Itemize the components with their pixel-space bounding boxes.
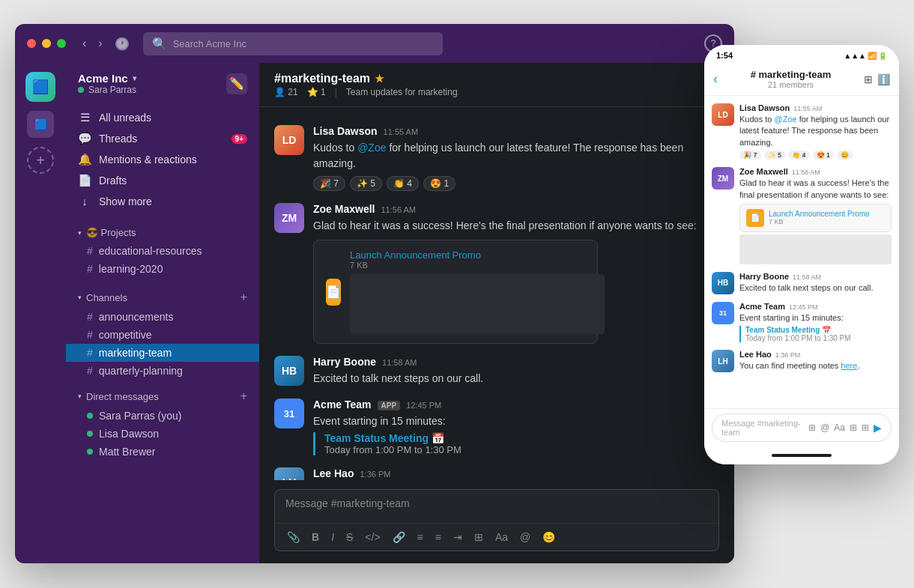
phone-link[interactable]: here: [841, 361, 857, 370]
list-item: 31 Acme Team 12:45 PM Event starting in …: [712, 302, 892, 342]
back-button[interactable]: ‹: [78, 34, 91, 54]
maximize-button[interactable]: [57, 39, 66, 48]
history-button[interactable]: 🕐: [110, 34, 134, 54]
close-button[interactable]: [27, 39, 36, 48]
phone-member-count: 21 members: [724, 80, 858, 89]
phone-reaction[interactable]: 😍 1: [813, 151, 835, 160]
phone-reaction[interactable]: 👏 4: [788, 151, 810, 160]
message-content: Acme Team APP 12:45 PM Event starting in…: [313, 398, 719, 455]
phone-time: 1:54: [716, 51, 733, 60]
format-button[interactable]: ⊞: [470, 528, 488, 546]
reaction-item[interactable]: 🎉 7: [313, 176, 345, 191]
sidebar-item-drafts[interactable]: 📄 Drafts: [66, 170, 259, 191]
channel-item-educational-resources[interactable]: # educational-resources: [66, 242, 259, 260]
search-input[interactable]: [173, 38, 434, 49]
icon-sidebar: 🟦 🟦 +: [15, 63, 66, 563]
link-button[interactable]: 🔗: [388, 528, 410, 546]
message-content: Harry Boone 11:58 AM Excited to talk nex…: [313, 356, 719, 387]
reaction-item[interactable]: 👏 4: [387, 176, 419, 191]
forward-button[interactable]: ›: [94, 34, 106, 54]
minimize-button[interactable]: [42, 39, 51, 48]
sidebar-item-mentions[interactable]: 🔔 Mentions & reactions: [66, 149, 259, 170]
phone-info-icon[interactable]: ℹ️: [877, 73, 890, 85]
channel-item-competitive[interactable]: # competitive: [66, 326, 259, 344]
unordered-list-button[interactable]: ≡: [431, 528, 446, 546]
file-attachment[interactable]: 📄 Launch Announcement Promo 7 KB: [313, 240, 598, 344]
sidebar-item-threads[interactable]: 💬 Threads 9+: [66, 128, 259, 149]
add-dm-button[interactable]: +: [240, 390, 247, 403]
workspace-icon-secondary[interactable]: 🟦: [27, 111, 54, 138]
phone-message-input[interactable]: Message #marketing-team ⊞ @ Aa ⊞ ⊞ ▶: [712, 413, 892, 442]
threads-icon: 💬: [78, 132, 91, 145]
strikethrough-button[interactable]: S: [342, 528, 357, 546]
phone-back-button[interactable]: ‹: [713, 71, 718, 87]
sidebar-item-show-more[interactable]: ↓ Show more: [66, 191, 259, 211]
channel-item-quarterly-planning[interactable]: # quarterly-planning: [66, 362, 259, 380]
phone-message-content: Lisa Dawson 11:55 AM Kudos to @Zoe for h…: [739, 103, 892, 160]
workspace-name[interactable]: Acme Inc ▾: [78, 72, 136, 85]
phone-message-text: Excited to talk next steps on our call.: [739, 282, 892, 294]
hash-icon: #: [87, 311, 93, 323]
phone-message-text: Kudos to @Zoe for helping us launch our …: [739, 114, 892, 148]
attachment-button[interactable]: 📎: [282, 528, 304, 546]
indent-button[interactable]: ⇥: [449, 528, 467, 546]
italic-button[interactable]: I: [327, 528, 339, 546]
phone-send-button[interactable]: ▶: [874, 422, 882, 434]
message-text: Glad to hear it was a success! Here's th…: [313, 218, 719, 234]
code-button[interactable]: </>: [360, 528, 384, 546]
phone-message-text: Event starting in 15 minutes:: [739, 312, 892, 324]
phone-search-icon[interactable]: ⊞: [864, 73, 873, 85]
phone-sticker-icon[interactable]: ⊞: [850, 422, 857, 433]
phone-image-icon[interactable]: ⊞: [862, 422, 869, 433]
phone-input-icons: ⊞ @ Aa ⊞ ⊞ ▶: [808, 422, 882, 434]
meta-divider: |: [335, 87, 337, 97]
channel-item-marketing-team[interactable]: # marketing-team: [66, 344, 259, 362]
add-channel-button[interactable]: +: [240, 291, 247, 304]
table-row: 31 Acme Team APP 12:45 PM Event starting…: [274, 392, 719, 461]
compose-button[interactable]: ✏️: [226, 73, 247, 94]
channel-item-learning-2020[interactable]: # learning-2020: [66, 260, 259, 278]
mention-button[interactable]: @: [515, 528, 535, 546]
phone-mention: @Zoe: [774, 115, 796, 124]
add-workspace-button[interactable]: +: [27, 147, 54, 174]
title-bar: ‹ › 🕐 🔍 ?: [15, 24, 734, 63]
phone-aa-icon[interactable]: Aa: [834, 422, 845, 433]
dm-section-header[interactable]: ▾ Direct messages +: [66, 386, 259, 407]
dm-item-sara[interactable]: Sara Parras (you): [66, 407, 259, 425]
members-count: 👤 21: [274, 87, 298, 97]
bold-button[interactable]: B: [307, 528, 324, 546]
phone-reaction[interactable]: 😊: [837, 151, 853, 160]
stars-count: ⭐ 1: [307, 87, 326, 97]
projects-section-header[interactable]: ▾ 😎 Projects: [66, 223, 259, 242]
search-bar[interactable]: 🔍: [143, 32, 443, 55]
mentions-icon: 🔔: [78, 153, 91, 166]
workspace-icon-primary[interactable]: 🟦: [25, 72, 55, 102]
phone-reaction[interactable]: 🎉 7: [739, 151, 761, 160]
sidebar-item-all-unreads[interactable]: ☰ All unreads: [66, 107, 259, 128]
message-input-placeholder[interactable]: Message #marketing-team: [275, 490, 718, 523]
reaction-item[interactable]: ✨ 5: [350, 176, 382, 191]
reaction-item[interactable]: 😍 1: [423, 176, 456, 191]
dm-arrow-icon: ▾: [78, 392, 82, 400]
phone-messages-list[interactable]: LD Lisa Dawson 11:55 AM Kudos to @Zoe fo…: [704, 96, 899, 408]
message-text: Event starting in 15 minutes:: [313, 413, 719, 429]
reactions: 🎉 7 ✨ 5 👏 4 😍 1: [313, 176, 719, 191]
emoji-button[interactable]: 😊: [538, 528, 560, 546]
channel-item-announcements[interactable]: # announcements: [66, 308, 259, 326]
phone-reaction[interactable]: ✨ 5: [764, 151, 786, 160]
dm-item-matt[interactable]: Matt Brewer: [66, 443, 259, 461]
ordered-list-button[interactable]: ≡: [413, 528, 428, 546]
message-header: Acme Team APP 12:45 PM: [313, 398, 719, 410]
text-format-button[interactable]: Aa: [491, 528, 512, 546]
phone-file-info: Launch Announcement Promo 7 KB: [769, 210, 870, 225]
dm-item-lisa[interactable]: Lisa Dawson: [66, 425, 259, 443]
channels-section-header[interactable]: ▾ Channels +: [66, 287, 259, 308]
phone-avatar: 31: [712, 302, 734, 324]
phone-attachment-icon[interactable]: ⊞: [808, 422, 816, 433]
phone-file-attachment[interactable]: 📄 Launch Announcement Promo 7 KB: [739, 204, 892, 232]
event-card[interactable]: Team Status Meeting 📅 Today from 1:00 PM…: [313, 432, 719, 455]
sender-name: Acme Team: [313, 398, 372, 410]
messages-list[interactable]: LD Lisa Dawson 11:55 AM Kudos to @Zoe fo…: [259, 107, 734, 480]
phone-mention-icon[interactable]: @: [820, 422, 829, 433]
channel-star-icon[interactable]: ★: [375, 73, 384, 85]
